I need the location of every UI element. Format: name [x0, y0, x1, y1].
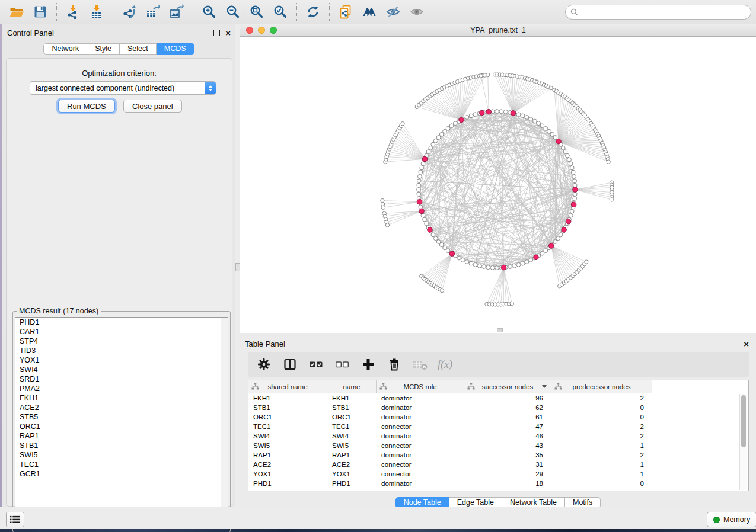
graph-node[interactable]: [508, 265, 512, 269]
mcds-result-item[interactable]: STB1: [15, 441, 228, 450]
graph-mcds-node[interactable]: [511, 111, 516, 116]
graph-mcds-node[interactable]: [548, 243, 554, 249]
graph-node[interactable]: [521, 261, 525, 265]
graph-leaf-node[interactable]: [549, 86, 553, 90]
graph-node[interactable]: [516, 113, 521, 117]
column-header-shared-name[interactable]: shared name: [248, 380, 327, 393]
graph-node[interactable]: [431, 142, 435, 146]
search-field[interactable]: [565, 5, 751, 20]
column-header-predecessor-nodes[interactable]: predecessor nodes: [551, 380, 652, 393]
graph-mcds-node[interactable]: [571, 202, 576, 207]
graph-node[interactable]: [490, 265, 495, 270]
graph-node[interactable]: [461, 258, 465, 262]
graph-node[interactable]: [533, 119, 537, 123]
open-session-button[interactable]: [5, 2, 28, 22]
table-row[interactable]: TEC1TEC1connector472: [248, 422, 748, 431]
hide-selected-button[interactable]: [381, 2, 405, 22]
import-table-button[interactable]: [85, 2, 109, 22]
mcds-result-item[interactable]: TID3: [15, 346, 228, 355]
graph-node[interactable]: [443, 129, 447, 133]
graph-node[interactable]: [569, 162, 573, 166]
mcds-result-item[interactable]: CAR1: [15, 327, 228, 336]
graph-node[interactable]: [420, 166, 424, 170]
delete-table-button[interactable]: [412, 355, 429, 373]
graph-node[interactable]: [477, 264, 481, 268]
refresh-layout-button[interactable]: [301, 2, 325, 22]
tab-network[interactable]: Network: [43, 43, 87, 55]
graph-node[interactable]: [425, 222, 429, 226]
graph-node[interactable]: [529, 258, 533, 262]
graph-leaf-node[interactable]: [401, 122, 404, 126]
select-all-button[interactable]: [307, 355, 325, 373]
mcds-result-item[interactable]: RAP1: [15, 431, 228, 441]
toggle-columns-button[interactable]: [281, 355, 299, 373]
graph-leaf-node[interactable]: [585, 260, 588, 264]
task-history-button[interactable]: [6, 512, 24, 527]
graph-node[interactable]: [443, 246, 447, 250]
graph-node[interactable]: [566, 153, 570, 158]
graph-node[interactable]: [556, 236, 560, 241]
column-header-MCDS-role[interactable]: MCDS role: [377, 380, 464, 393]
graph-node[interactable]: [563, 150, 567, 154]
graph-node[interactable]: [436, 136, 441, 140]
graph-leaf-node[interactable]: [610, 198, 613, 201]
graph-node[interactable]: [561, 146, 565, 150]
mcds-result-item[interactable]: PMA2: [15, 384, 228, 393]
memory-button[interactable]: Memory: [707, 512, 756, 527]
graph-node[interactable]: [439, 243, 444, 247]
export-table-button[interactable]: [141, 2, 165, 22]
graph-node[interactable]: [573, 192, 577, 196]
graph-leaf-node[interactable]: [607, 160, 610, 164]
table-scrollbar[interactable]: [739, 394, 747, 490]
graph-node[interactable]: [567, 158, 572, 162]
close-panel-icon[interactable]: ×: [744, 341, 749, 347]
graph-node[interactable]: [417, 192, 421, 196]
tab-style[interactable]: Style: [87, 43, 120, 55]
graph-node[interactable]: [449, 124, 454, 128]
network-window-titlebar[interactable]: YPA_prune.txt_1: [240, 24, 756, 37]
horizontal-splitter-handle[interactable]: [497, 328, 503, 332]
graph-leaf-node[interactable]: [479, 74, 483, 78]
graph-leaf-node[interactable]: [385, 223, 389, 227]
graph-node[interactable]: [433, 236, 438, 241]
graph-node[interactable]: [570, 166, 574, 170]
graph-mcds-node[interactable]: [417, 199, 422, 204]
table-row[interactable]: FKH1FKH1dominator962: [248, 393, 748, 403]
graph-node[interactable]: [573, 196, 577, 200]
table-row[interactable]: SWI4SWI4dominator462: [248, 431, 748, 441]
mcds-result-item[interactable]: SWI5: [15, 450, 228, 460]
graph-leaf-node[interactable]: [440, 289, 444, 292]
graph-node[interactable]: [473, 113, 477, 117]
graph-node[interactable]: [570, 209, 574, 213]
graph-mcds-node[interactable]: [480, 110, 485, 116]
graph-node[interactable]: [465, 260, 469, 264]
settings-gear-button[interactable]: [255, 355, 273, 373]
graph-node[interactable]: [417, 188, 421, 192]
mcds-result-item[interactable]: SRD1: [15, 374, 228, 384]
graph-node[interactable]: [516, 262, 521, 267]
graph-leaf-node[interactable]: [510, 302, 513, 305]
graph-mcds-node[interactable]: [459, 117, 464, 123]
graph-node[interactable]: [512, 264, 516, 268]
mcds-result-item[interactable]: GCR1: [15, 469, 228, 479]
graph-mcds-node[interactable]: [419, 209, 425, 214]
export-network-button[interactable]: [117, 2, 141, 22]
float-panel-icon[interactable]: [732, 341, 738, 347]
graph-node[interactable]: [439, 132, 444, 136]
table-row[interactable]: YOX1YOX1connector291: [248, 469, 748, 479]
graph-leaf-node[interactable]: [486, 73, 490, 76]
graph-node[interactable]: [418, 175, 422, 179]
mcds-result-item[interactable]: FKH1: [15, 393, 228, 403]
table-row[interactable]: PHD1PHD1dominator180: [248, 479, 748, 488]
vertical-splitter-handle[interactable]: [235, 263, 240, 271]
mcds-result-list[interactable]: PHD1CAR1STP4TID3YOX1SWI4SRD1PMA2FKH1ACE2…: [15, 317, 228, 526]
graph-node[interactable]: [525, 260, 529, 264]
graph-node[interactable]: [473, 262, 477, 267]
graph-mcds-node[interactable]: [556, 139, 562, 144]
zoom-in-button[interactable]: [197, 2, 221, 22]
graph-node[interactable]: [433, 139, 438, 143]
mcds-result-item[interactable]: YOX1: [15, 355, 228, 365]
table-row[interactable]: STB1STB1dominator620: [248, 403, 748, 412]
graph-node[interactable]: [553, 240, 557, 244]
graph-node[interactable]: [429, 146, 433, 150]
